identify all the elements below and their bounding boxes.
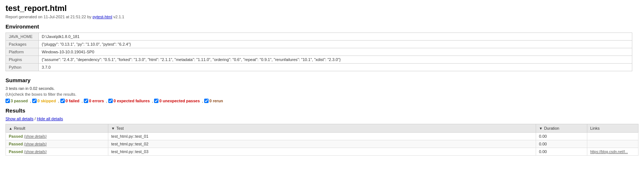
env-row: Python3.7.0 <box>6 64 632 71</box>
env-value: Windows-10-10.0.19041-SP0 <box>39 48 632 56</box>
filter-label-errors[interactable]: 0 errors <box>84 99 104 103</box>
env-key: Packages <box>6 41 39 48</box>
env-key: Plugins <box>6 56 39 64</box>
filter-label-passed[interactable]: 3 passed <box>5 99 28 103</box>
environment-heading: Environment <box>5 23 639 30</box>
hide-all-details-link[interactable]: Hide all details <box>37 117 63 121</box>
filter-checkbox-failed[interactable] <box>60 99 65 103</box>
page-title: test_report.html <box>5 4 639 13</box>
sort-icon-2: ▼ <box>539 126 543 130</box>
results-col-header-1[interactable]: ▼Test <box>108 124 536 133</box>
filter-checkbox-rerun[interactable] <box>204 99 209 103</box>
sort-icon-1: ▼ <box>111 126 115 130</box>
environment-table: JAVA_HOMED:\Java\jdk1.8.0_181Packages{"p… <box>5 33 632 71</box>
results-table: ▲Result▼Test▼DurationLinks Passed (show … <box>5 124 639 156</box>
result-cell: Passed (show details) <box>6 140 108 148</box>
env-value: {"pluggy": "0.13.1", "py": "1.10.0", "py… <box>39 41 632 48</box>
show-details-link[interactable]: (show details) <box>24 142 47 146</box>
env-value: {"assume": "2.4.3", "dependency": "0.5.1… <box>39 56 632 64</box>
summary-heading: Summary <box>5 77 639 83</box>
filter-checkbox-passed[interactable] <box>5 99 10 103</box>
filter-count-label-skipped: 0 skipped <box>37 99 56 103</box>
show-details-link[interactable]: (show details) <box>24 134 47 138</box>
results-heading: Results <box>5 107 639 114</box>
links-cell <box>587 140 639 148</box>
filter-label-failed[interactable]: 0 failed <box>60 99 79 103</box>
test-cell: test_html.py::test_03 <box>108 148 536 156</box>
result-status: Passed <box>9 134 23 138</box>
links-cell <box>587 133 639 140</box>
duration-cell: 0.00 <box>536 148 587 156</box>
filter-label-xfail[interactable]: 0 expected failures <box>108 99 150 103</box>
show-details-link[interactable]: (show details) <box>24 150 47 154</box>
filter-label-rerun[interactable]: 0 rerun <box>204 99 223 103</box>
summary-run-text: 3 tests ran in 0.02 seconds. <box>5 86 639 91</box>
env-key: Python <box>6 64 39 71</box>
env-row: Plugins{"assume": "2.4.3", "dependency":… <box>6 56 632 64</box>
filter-checkbox-skipped[interactable] <box>32 99 37 103</box>
filter-checkbox-xfail[interactable] <box>108 99 113 103</box>
env-value: D:\Java\jdk1.8.0_181 <box>39 33 632 41</box>
report-meta: Report generated on 11-Jul-2021 at 21:51… <box>5 15 639 19</box>
meta-version: v2.1.1 <box>113 15 124 19</box>
filter-label-skipped[interactable]: 0 skipped <box>32 99 56 103</box>
env-row: JAVA_HOMED:\Java\jdk1.8.0_181 <box>6 33 632 41</box>
env-value: 3.7.0 <box>39 64 632 71</box>
filter-count-label-rerun: 0 rerun <box>209 99 223 103</box>
results-col-header-3: Links <box>587 124 639 133</box>
filter-checkbox-errors[interactable] <box>84 99 88 103</box>
filter-checkbox-xpass[interactable] <box>154 99 158 103</box>
meta-generated: Report generated on 11-Jul-2021 at 21:51… <box>5 15 91 19</box>
results-col-header-2[interactable]: ▼Duration <box>536 124 587 133</box>
table-row: Passed (show details)test_html.py::test_… <box>6 133 639 140</box>
results-section: Results Show all details / Hide all deta… <box>5 107 639 156</box>
result-status: Passed <box>9 149 23 154</box>
result-status: Passed <box>9 142 23 146</box>
filter-count-label-errors: 0 errors <box>89 99 104 103</box>
filter-instruction: (Un)check the boxes to filter the result… <box>5 92 639 96</box>
results-detail-links: Show all details / Hide all details <box>5 117 639 121</box>
env-row: Packages{"pluggy": "0.13.1", "py": "1.10… <box>6 41 632 48</box>
result-cell: Passed (show details) <box>6 148 108 156</box>
pytest-html-link[interactable]: pytest-html <box>93 15 112 19</box>
filter-checkboxes: 3 passed, 0 skipped, 0 failed, 0 errors,… <box>5 99 639 103</box>
duration-cell: 0.00 <box>536 140 587 148</box>
env-row: PlatformWindows-10-10.0.19041-SP0 <box>6 48 632 56</box>
show-all-details-link[interactable]: Show all details <box>5 117 33 121</box>
table-row: Passed (show details)test_html.py::test_… <box>6 148 639 156</box>
env-key: Platform <box>6 48 39 56</box>
filter-count-label-failed: 0 failed <box>65 99 79 103</box>
results-col-header-0[interactable]: ▲Result <box>6 124 108 133</box>
links-url[interactable]: https://blog.csdn.net/l... <box>590 150 628 154</box>
result-cell: Passed (show details) <box>6 133 108 140</box>
sort-icon-0: ▲ <box>9 126 12 130</box>
filter-count-label-xpass: 0 unexpected passes <box>159 99 200 103</box>
test-cell: test_html.py::test_02 <box>108 140 536 148</box>
env-key: JAVA_HOME <box>6 33 39 41</box>
table-row: Passed (show details)test_html.py::test_… <box>6 140 639 148</box>
duration-cell: 0.00 <box>536 133 587 140</box>
links-cell: https://blog.csdn.net/l... <box>587 148 639 156</box>
filter-count-label-xfail: 0 expected failures <box>113 99 150 103</box>
test-cell: test_html.py::test_01 <box>108 133 536 140</box>
summary-section: Summary 3 tests ran in 0.02 seconds. (Un… <box>5 77 639 103</box>
filter-label-xpass[interactable]: 0 unexpected passes <box>154 99 200 103</box>
filter-count-label-passed: 3 passed <box>11 99 28 103</box>
